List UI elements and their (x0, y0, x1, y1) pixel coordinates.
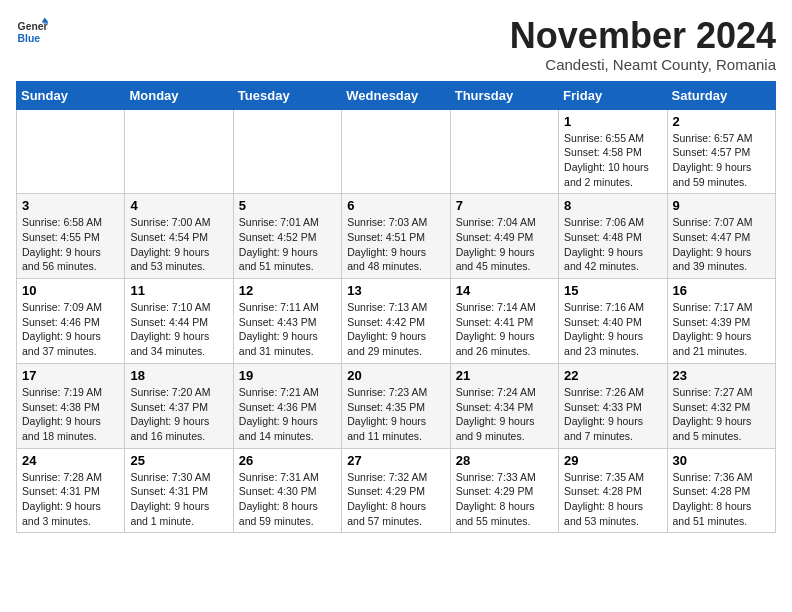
day-number: 27 (347, 453, 444, 468)
day-number: 14 (456, 283, 553, 298)
calendar-cell: 13Sunrise: 7:13 AM Sunset: 4:42 PM Dayli… (342, 279, 450, 364)
day-info: Sunrise: 7:24 AM Sunset: 4:34 PM Dayligh… (456, 385, 553, 444)
day-info: Sunrise: 7:17 AM Sunset: 4:39 PM Dayligh… (673, 300, 770, 359)
logo: General Blue (16, 16, 48, 48)
calendar-week-1: 1Sunrise: 6:55 AM Sunset: 4:58 PM Daylig… (17, 109, 776, 194)
day-number: 5 (239, 198, 336, 213)
day-info: Sunrise: 7:36 AM Sunset: 4:28 PM Dayligh… (673, 470, 770, 529)
day-info: Sunrise: 7:13 AM Sunset: 4:42 PM Dayligh… (347, 300, 444, 359)
title-block: November 2024 Candesti, Neamt County, Ro… (510, 16, 776, 73)
calendar-cell: 7Sunrise: 7:04 AM Sunset: 4:49 PM Daylig… (450, 194, 558, 279)
day-number: 1 (564, 114, 661, 129)
day-info: Sunrise: 7:32 AM Sunset: 4:29 PM Dayligh… (347, 470, 444, 529)
header-sunday: Sunday (17, 81, 125, 109)
calendar-cell: 20Sunrise: 7:23 AM Sunset: 4:35 PM Dayli… (342, 363, 450, 448)
day-number: 23 (673, 368, 770, 383)
day-info: Sunrise: 7:04 AM Sunset: 4:49 PM Dayligh… (456, 215, 553, 274)
calendar-cell: 30Sunrise: 7:36 AM Sunset: 4:28 PM Dayli… (667, 448, 775, 533)
day-number: 9 (673, 198, 770, 213)
day-number: 24 (22, 453, 119, 468)
header-monday: Monday (125, 81, 233, 109)
day-number: 28 (456, 453, 553, 468)
day-info: Sunrise: 7:30 AM Sunset: 4:31 PM Dayligh… (130, 470, 227, 529)
day-info: Sunrise: 7:27 AM Sunset: 4:32 PM Dayligh… (673, 385, 770, 444)
calendar-cell: 8Sunrise: 7:06 AM Sunset: 4:48 PM Daylig… (559, 194, 667, 279)
calendar-cell (125, 109, 233, 194)
calendar-cell: 2Sunrise: 6:57 AM Sunset: 4:57 PM Daylig… (667, 109, 775, 194)
calendar-cell (233, 109, 341, 194)
day-info: Sunrise: 7:28 AM Sunset: 4:31 PM Dayligh… (22, 470, 119, 529)
day-info: Sunrise: 7:14 AM Sunset: 4:41 PM Dayligh… (456, 300, 553, 359)
calendar-cell: 10Sunrise: 7:09 AM Sunset: 4:46 PM Dayli… (17, 279, 125, 364)
calendar-cell: 14Sunrise: 7:14 AM Sunset: 4:41 PM Dayli… (450, 279, 558, 364)
calendar-cell: 12Sunrise: 7:11 AM Sunset: 4:43 PM Dayli… (233, 279, 341, 364)
calendar-cell: 21Sunrise: 7:24 AM Sunset: 4:34 PM Dayli… (450, 363, 558, 448)
calendar-cell: 28Sunrise: 7:33 AM Sunset: 4:29 PM Dayli… (450, 448, 558, 533)
calendar-cell: 26Sunrise: 7:31 AM Sunset: 4:30 PM Dayli… (233, 448, 341, 533)
calendar-table: SundayMondayTuesdayWednesdayThursdayFrid… (16, 81, 776, 534)
generalblue-logo-icon: General Blue (16, 16, 48, 48)
day-number: 26 (239, 453, 336, 468)
day-number: 18 (130, 368, 227, 383)
calendar-week-3: 10Sunrise: 7:09 AM Sunset: 4:46 PM Dayli… (17, 279, 776, 364)
day-number: 10 (22, 283, 119, 298)
day-info: Sunrise: 7:20 AM Sunset: 4:37 PM Dayligh… (130, 385, 227, 444)
calendar-cell: 3Sunrise: 6:58 AM Sunset: 4:55 PM Daylig… (17, 194, 125, 279)
header-saturday: Saturday (667, 81, 775, 109)
calendar-cell: 22Sunrise: 7:26 AM Sunset: 4:33 PM Dayli… (559, 363, 667, 448)
day-number: 2 (673, 114, 770, 129)
calendar-cell (450, 109, 558, 194)
location-subtitle: Candesti, Neamt County, Romania (510, 56, 776, 73)
day-info: Sunrise: 7:11 AM Sunset: 4:43 PM Dayligh… (239, 300, 336, 359)
day-info: Sunrise: 7:31 AM Sunset: 4:30 PM Dayligh… (239, 470, 336, 529)
day-info: Sunrise: 7:19 AM Sunset: 4:38 PM Dayligh… (22, 385, 119, 444)
day-number: 19 (239, 368, 336, 383)
calendar-cell: 5Sunrise: 7:01 AM Sunset: 4:52 PM Daylig… (233, 194, 341, 279)
day-number: 22 (564, 368, 661, 383)
day-info: Sunrise: 6:57 AM Sunset: 4:57 PM Dayligh… (673, 131, 770, 190)
day-info: Sunrise: 7:35 AM Sunset: 4:28 PM Dayligh… (564, 470, 661, 529)
calendar-cell: 9Sunrise: 7:07 AM Sunset: 4:47 PM Daylig… (667, 194, 775, 279)
calendar-cell (342, 109, 450, 194)
day-number: 30 (673, 453, 770, 468)
calendar-week-4: 17Sunrise: 7:19 AM Sunset: 4:38 PM Dayli… (17, 363, 776, 448)
day-info: Sunrise: 7:10 AM Sunset: 4:44 PM Dayligh… (130, 300, 227, 359)
day-info: Sunrise: 7:16 AM Sunset: 4:40 PM Dayligh… (564, 300, 661, 359)
day-number: 21 (456, 368, 553, 383)
day-info: Sunrise: 7:07 AM Sunset: 4:47 PM Dayligh… (673, 215, 770, 274)
calendar-cell: 25Sunrise: 7:30 AM Sunset: 4:31 PM Dayli… (125, 448, 233, 533)
day-number: 6 (347, 198, 444, 213)
page-header: General Blue November 2024 Candesti, Nea… (16, 16, 776, 73)
day-info: Sunrise: 6:55 AM Sunset: 4:58 PM Dayligh… (564, 131, 661, 190)
calendar-week-2: 3Sunrise: 6:58 AM Sunset: 4:55 PM Daylig… (17, 194, 776, 279)
day-number: 12 (239, 283, 336, 298)
day-number: 17 (22, 368, 119, 383)
day-info: Sunrise: 7:21 AM Sunset: 4:36 PM Dayligh… (239, 385, 336, 444)
calendar-cell: 1Sunrise: 6:55 AM Sunset: 4:58 PM Daylig… (559, 109, 667, 194)
day-info: Sunrise: 7:01 AM Sunset: 4:52 PM Dayligh… (239, 215, 336, 274)
day-number: 3 (22, 198, 119, 213)
day-info: Sunrise: 7:06 AM Sunset: 4:48 PM Dayligh… (564, 215, 661, 274)
calendar-cell: 19Sunrise: 7:21 AM Sunset: 4:36 PM Dayli… (233, 363, 341, 448)
svg-text:Blue: Blue (18, 33, 41, 44)
day-number: 16 (673, 283, 770, 298)
day-info: Sunrise: 7:26 AM Sunset: 4:33 PM Dayligh… (564, 385, 661, 444)
month-title: November 2024 (510, 16, 776, 56)
day-number: 7 (456, 198, 553, 213)
calendar-cell: 23Sunrise: 7:27 AM Sunset: 4:32 PM Dayli… (667, 363, 775, 448)
day-number: 25 (130, 453, 227, 468)
calendar-cell: 29Sunrise: 7:35 AM Sunset: 4:28 PM Dayli… (559, 448, 667, 533)
header-tuesday: Tuesday (233, 81, 341, 109)
calendar-cell: 27Sunrise: 7:32 AM Sunset: 4:29 PM Dayli… (342, 448, 450, 533)
day-number: 11 (130, 283, 227, 298)
calendar-cell: 16Sunrise: 7:17 AM Sunset: 4:39 PM Dayli… (667, 279, 775, 364)
day-number: 4 (130, 198, 227, 213)
day-number: 8 (564, 198, 661, 213)
svg-text:General: General (18, 21, 48, 32)
calendar-cell: 6Sunrise: 7:03 AM Sunset: 4:51 PM Daylig… (342, 194, 450, 279)
calendar-week-5: 24Sunrise: 7:28 AM Sunset: 4:31 PM Dayli… (17, 448, 776, 533)
header-thursday: Thursday (450, 81, 558, 109)
calendar-header-row: SundayMondayTuesdayWednesdayThursdayFrid… (17, 81, 776, 109)
day-info: Sunrise: 7:33 AM Sunset: 4:29 PM Dayligh… (456, 470, 553, 529)
day-number: 15 (564, 283, 661, 298)
